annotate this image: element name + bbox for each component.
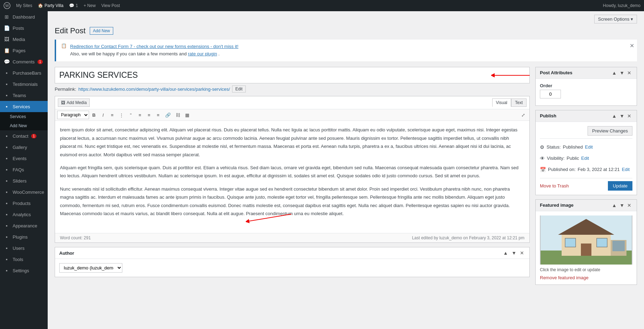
featured-image-body: Click the image to edit or update Remove… — [536, 211, 637, 285]
notice-link1[interactable]: Redirection for Contact Form 7 - check o… — [70, 44, 238, 49]
expand-button[interactable]: ⤢ — [519, 111, 527, 119]
post-attributes-panel: Post Attributes ▲ ▼ ✕ Order — [535, 67, 637, 106]
sidebar-item-sliders[interactable]: ▪ Sliders — [0, 175, 48, 186]
align-left-button[interactable]: ≡ — [136, 111, 144, 119]
sidebar-item-pages[interactable]: 📋 Pages — [0, 45, 48, 56]
notice-text2-end: . — [218, 51, 220, 56]
visual-tab[interactable]: Visual — [492, 98, 511, 107]
teams-icon: ▪ — [4, 92, 10, 98]
publish-up-button[interactable]: ▲ — [611, 113, 618, 119]
svg-rect-8 — [581, 244, 591, 256]
sidebar-item-products[interactable]: ▪ Products — [0, 198, 48, 209]
my-sites-item[interactable]: My Sites — [16, 3, 32, 8]
comments-bar-item[interactable]: 💬 1 — [69, 3, 78, 8]
sidebar-item-woocommerce[interactable]: ▪ WooCommerce — [0, 186, 48, 198]
sidebar-item-teams[interactable]: ▪ Teams — [0, 90, 48, 101]
word-count-text: Word count: 291 — [60, 235, 91, 240]
services-icon: ▪ — [4, 104, 10, 109]
featured-image-thumbnail[interactable] — [540, 215, 632, 265]
add-new-button[interactable]: Add New — [90, 27, 113, 35]
sidebar-item-settings[interactable]: ▪ Settings — [0, 265, 48, 276]
post-attr-up-button[interactable]: ▲ — [611, 70, 618, 76]
unordered-list-button[interactable]: ≡ — [108, 111, 116, 119]
howdy-text: Howdy, luzuk_demo — [603, 3, 640, 8]
admin-sidebar: ⊞ Dashboard 📄 Posts 🖼 Media 📋 Pages 💬 Co… — [0, 11, 48, 329]
notice-dismiss-button[interactable]: ✕ — [630, 42, 634, 49]
link-button[interactable]: 🔗 — [163, 111, 173, 119]
text-tab[interactable]: Text — [511, 98, 527, 107]
remove-featured-image-link[interactable]: Remove featured image — [540, 275, 589, 280]
author-select[interactable]: luzuk_demo (luzuk_demo) — [59, 263, 122, 273]
visibility-label: Visibility: — [547, 156, 564, 161]
sidebar-item-analytics[interactable]: ▪ Analytics — [0, 209, 48, 220]
post-attributes-title: Post Attributes — [540, 70, 572, 75]
featured-image-header[interactable]: Featured image ▲ ▼ ✕ — [536, 200, 637, 211]
submenu-services-add[interactable]: Add New — [0, 121, 48, 130]
table-button[interactable]: ▦ — [183, 111, 191, 119]
post-title-input[interactable] — [55, 67, 530, 84]
screen-options-button[interactable]: Screen Options ▾ — [594, 15, 637, 23]
author-close-button[interactable]: ✕ — [519, 250, 525, 256]
publish-panel-header[interactable]: Publish ▲ ▼ ✕ — [536, 110, 637, 122]
editor-toolbar: Paragraph B I ≡ ⋮ " ≡ ≡ ≡ 🔗 ⛓ — [55, 109, 529, 121]
format-select[interactable]: Paragraph — [57, 111, 89, 119]
author-box-header[interactable]: Author ▲ ▼ ✕ — [55, 247, 529, 259]
permalink-edit-button[interactable]: Edit — [232, 85, 246, 92]
sidebar-item-media[interactable]: 🖼 Media — [0, 34, 48, 45]
unlink-button[interactable]: ⛓ — [174, 111, 182, 119]
author-collapse-button[interactable]: ▲ — [502, 250, 509, 256]
order-input[interactable] — [540, 90, 561, 98]
editor-content[interactable]: brem ipsum dolor sit amet, consectetur a… — [55, 121, 529, 233]
ordered-list-button[interactable]: ⋮ — [117, 111, 126, 119]
preview-changes-button[interactable]: Preview Changes — [588, 126, 632, 136]
publish-down-button[interactable]: ▼ — [618, 113, 625, 119]
featured-up-button[interactable]: ▲ — [611, 203, 618, 208]
svg-rect-12 — [612, 241, 625, 251]
author-expand-button[interactable]: ▼ — [510, 250, 517, 256]
view-post-item[interactable]: View Post — [101, 3, 120, 8]
permalink-url[interactable]: https://www.luzukdemo.com/demo/party-vil… — [78, 87, 230, 92]
sidebar-item-dashboard[interactable]: ⊞ Dashboard — [0, 11, 48, 22]
post-attributes-header[interactable]: Post Attributes ▲ ▼ ✕ — [536, 67, 637, 79]
publish-close-button[interactable]: ✕ — [626, 113, 632, 119]
sidebar-item-plugins[interactable]: ▪ Plugins — [0, 231, 48, 242]
update-button[interactable]: Update — [608, 181, 632, 191]
sidebar-label-teams: Teams — [13, 93, 26, 98]
align-right-button[interactable]: ≡ — [154, 111, 162, 119]
visibility-edit-link[interactable]: Edit — [581, 156, 589, 161]
published-edit-link[interactable]: Edit — [622, 167, 630, 172]
sidebar-label-dashboard: Dashboard — [13, 14, 35, 20]
featured-close-button[interactable]: ✕ — [626, 203, 632, 208]
sidebar-item-services[interactable]: ▪ Services — [0, 101, 48, 112]
site-name-item[interactable]: 🏠 Party Villa — [38, 3, 63, 8]
sidebar-item-comments[interactable]: 💬 Comments 1 — [0, 56, 48, 67]
italic-button[interactable]: I — [99, 111, 107, 119]
sidebar-item-purchasebars[interactable]: ▪ PurchaseBars — [0, 67, 48, 78]
align-center-button[interactable]: ≡ — [145, 111, 153, 119]
sidebar-item-posts[interactable]: 📄 Posts — [0, 22, 48, 34]
submenu-services-label: Services — [10, 114, 26, 119]
notice-link2[interactable]: rate our plugin — [188, 51, 217, 56]
sidebar-item-events[interactable]: ▪ Events — [0, 153, 48, 164]
sidebar-item-tools[interactable]: ▪ Tools — [0, 254, 48, 265]
sidebar-item-testimonials[interactable]: ▪ Testimonials — [0, 78, 48, 90]
post-attr-close-button[interactable]: ✕ — [626, 70, 632, 76]
sidebar-item-contact[interactable]: ▪ Contact 1 — [0, 130, 48, 142]
bold-button[interactable]: B — [90, 111, 98, 119]
editor-column: Permalink: https://www.luzukdemo.com/dem… — [55, 67, 530, 289]
sidebar-item-faqs[interactable]: ▪ FAQs — [0, 164, 48, 175]
featured-down-button[interactable]: ▼ — [618, 203, 625, 208]
post-attr-down-button[interactable]: ▼ — [618, 70, 625, 76]
sidebar-item-gallery[interactable]: ▪ Gallery — [0, 142, 48, 153]
settings-icon: ▪ — [4, 268, 10, 273]
new-post-item[interactable]: + New — [84, 3, 96, 8]
sidebar-item-users[interactable]: ▪ Users — [0, 242, 48, 254]
status-edit-link[interactable]: Edit — [585, 144, 593, 150]
move-to-trash-link[interactable]: Move to Trash — [540, 183, 569, 189]
add-media-button[interactable]: 🖼 Add Media — [58, 98, 90, 107]
blockquote-button[interactable]: " — [127, 111, 135, 119]
submenu-services-all[interactable]: Services — [0, 112, 48, 121]
wp-logo-item[interactable]: W — [4, 2, 11, 9]
visibility-icon: 👁 — [540, 154, 545, 163]
sidebar-item-appearance[interactable]: ▪ Appearance — [0, 220, 48, 231]
